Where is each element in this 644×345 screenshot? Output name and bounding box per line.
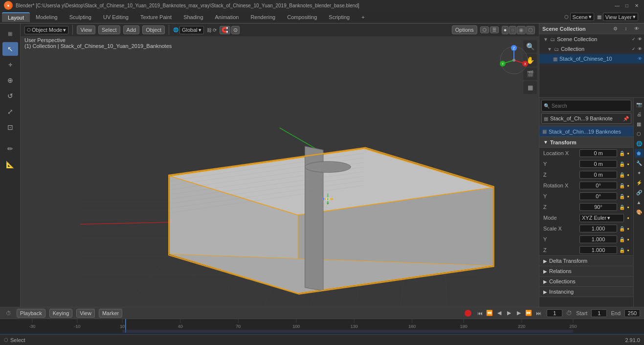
select-menu[interactable]: Select <box>98 25 120 34</box>
marker-menu[interactable]: Marker <box>99 309 122 318</box>
scale-z-value[interactable]: 1.000 <box>579 246 617 254</box>
tool-cursor[interactable]: ✛ <box>2 58 18 71</box>
mode-dropdown[interactable]: ⬡ Object Mode ▾ <box>24 26 68 34</box>
grid-icon[interactable]: ▦ <box>523 81 537 94</box>
prev-frame-button[interactable]: ◀ <box>495 309 504 318</box>
tool-measure[interactable]: 📐 <box>2 158 18 171</box>
selected-object-row[interactable]: ▦ Stack_of_Chin...19 Banknotes <box>539 126 633 137</box>
tab-animation[interactable]: Animation <box>209 13 245 22</box>
location-z-value[interactable]: 0 m <box>579 171 617 179</box>
jump-start-button[interactable]: ⏮ <box>475 309 484 318</box>
location-y-value[interactable]: 0 m <box>579 160 617 168</box>
viewport-3d[interactable]: ⬡ Object Mode ▾ View Select Add Object 🌐… <box>21 23 539 307</box>
tab-uv-editing[interactable]: UV Editing <box>97 13 134 22</box>
next-keyframe-button[interactable]: ⏩ <box>524 309 533 318</box>
object-item[interactable]: ▦ Stack_of_Chinese_10 👁 <box>539 54 644 64</box>
jump-end-button[interactable]: ⏭ <box>534 309 543 318</box>
proportional-toggle[interactable]: ⊙ <box>231 26 240 34</box>
search-input[interactable] <box>552 103 629 109</box>
rot-lock-z-icon[interactable]: 🔒 <box>619 205 625 210</box>
lock-x-icon[interactable]: 🔒 <box>619 151 625 156</box>
instancing-header[interactable]: ▶ Instancing <box>539 287 633 297</box>
outliner-hide-icon[interactable]: 👁 <box>632 24 641 33</box>
object-menu[interactable]: Object <box>142 25 165 34</box>
world-props-icon[interactable]: 🌐 <box>635 139 644 148</box>
scale-y-value[interactable]: 1.000 <box>579 235 617 243</box>
frame-start[interactable]: 1 <box>591 309 607 317</box>
playback-menu[interactable]: Playback <box>17 309 45 318</box>
tool-rotate[interactable]: ↺ <box>2 89 18 103</box>
maximize-button[interactable]: □ <box>623 2 630 9</box>
tab-texture-paint[interactable]: Texture Paint <box>134 13 178 22</box>
location-x-value[interactable]: 0 m <box>579 149 617 157</box>
current-frame[interactable]: 1 <box>547 309 562 317</box>
record-button[interactable] <box>465 310 471 317</box>
scale-lock-x-icon[interactable]: 🔒 <box>619 226 625 231</box>
constraints-props-icon[interactable]: 🔗 <box>635 188 644 197</box>
tool-transform[interactable]: ⊡ <box>2 120 18 134</box>
delta-transform-header[interactable]: ▶ Delta Transform <box>539 256 633 266</box>
tab-layout[interactable]: Layout <box>2 12 30 22</box>
tab-scripting[interactable]: Scripting <box>323 13 355 22</box>
scale-lock-z-icon[interactable]: 🔒 <box>619 248 625 253</box>
tool-move[interactable]: ⊕ <box>2 73 18 87</box>
view-menu[interactable]: View <box>77 25 95 34</box>
tab-add[interactable]: + <box>355 13 370 22</box>
close-button[interactable]: ✕ <box>633 2 640 9</box>
tab-rendering[interactable]: Rendering <box>244 13 281 22</box>
pin-icon[interactable]: 📌 <box>623 116 629 121</box>
outliner-sort-icon[interactable]: ↕ <box>622 24 630 33</box>
view-layer-props-icon[interactable]: ▦ <box>635 119 644 128</box>
navigation-gizmo[interactable]: Z X Y <box>497 43 531 77</box>
object-props-icon[interactable]: ⬟ <box>635 149 644 158</box>
wire-shading[interactable]: ⬡ <box>526 26 535 34</box>
frame-end[interactable]: 250 <box>624 309 640 317</box>
physics-props-icon[interactable]: ⚡ <box>635 178 644 187</box>
material-props-icon[interactable]: 🎨 <box>635 207 644 216</box>
output-props-icon[interactable]: 🖨 <box>635 110 644 118</box>
tab-modeling[interactable]: Modeling <box>30 13 64 22</box>
search-bar[interactable]: 🔍 <box>541 100 631 112</box>
transform-header[interactable]: ▼ Transform <box>539 137 633 148</box>
tab-compositing[interactable]: Compositing <box>281 13 323 22</box>
overlay-toggle[interactable]: ⬡ <box>480 26 489 33</box>
rotation-x-value[interactable]: 0° <box>579 182 617 189</box>
collections-header[interactable]: ▶ Collections <box>539 276 633 286</box>
euler-mode-dropdown[interactable]: XYZ Euler ▾ <box>579 214 624 222</box>
tab-sculpting[interactable]: Sculpting <box>64 13 97 22</box>
keying-menu[interactable]: Keying <box>49 309 73 318</box>
scene-collection-item[interactable]: ▼ 🗂 Scene Collection ✓ 👁 <box>539 34 644 44</box>
scale-lock-y-icon[interactable]: 🔒 <box>619 237 625 242</box>
scene-dropdown[interactable]: Scene ▾ <box>570 13 594 21</box>
timeline-track[interactable]: -30 -10 10 40 70 100 130 160 190 220 250 <box>0 319 644 334</box>
data-props-icon[interactable]: ▲ <box>635 198 644 207</box>
render-shading[interactable]: ◉ <box>517 26 526 34</box>
particles-props-icon[interactable]: ✦ <box>635 168 644 177</box>
rot-lock-y-icon[interactable]: 🔒 <box>619 194 625 199</box>
options-menu[interactable]: Options <box>452 25 477 34</box>
lock-y-icon[interactable]: 🔒 <box>619 161 625 167</box>
minimize-button[interactable]: — <box>614 2 621 9</box>
tool-annotate[interactable]: ✏ <box>2 142 18 156</box>
scene-props-icon[interactable]: ⬡ <box>635 129 644 138</box>
rotation-y-value[interactable]: 0° <box>579 192 617 200</box>
modifier-props-icon[interactable]: 🔧 <box>635 159 644 167</box>
window-controls[interactable]: — □ ✕ <box>614 2 640 9</box>
play-button[interactable]: ▶ <box>505 309 513 318</box>
next-frame-button[interactable]: ▶ <box>514 309 523 318</box>
collection-item[interactable]: ▼ 🗂 Collection ✓ 👁 <box>539 44 644 54</box>
solid-shading[interactable]: ● <box>502 26 509 34</box>
transform-dropdown[interactable]: Global ▾ <box>179 26 204 34</box>
view-menu-tl[interactable]: View <box>76 309 95 318</box>
snap-toggle[interactable]: 🧲 <box>220 26 230 34</box>
outliner-filter-icon[interactable]: ⚙ <box>611 24 620 33</box>
prev-keyframe-button[interactable]: ⏪ <box>485 309 494 318</box>
lock-z-icon[interactable]: 🔒 <box>619 172 625 178</box>
relations-header[interactable]: ▶ Relations <box>539 266 633 276</box>
tool-scale[interactable]: ⤢ <box>2 105 18 118</box>
rot-lock-x-icon[interactable]: 🔒 <box>619 183 625 188</box>
tool-select[interactable]: ↖ <box>2 42 18 56</box>
render-props-icon[interactable]: 📷 <box>635 100 644 109</box>
rotation-z-value[interactable]: 90° <box>579 203 617 211</box>
tab-shading[interactable]: Shading <box>178 13 209 22</box>
